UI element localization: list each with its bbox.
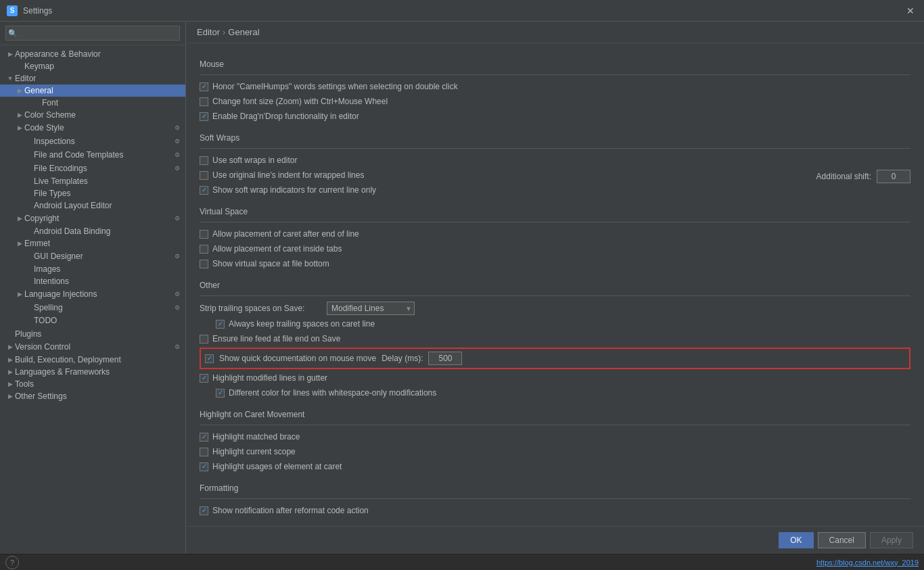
sidebar-item-editor[interactable]: ▼ Editor — [0, 72, 185, 85]
close-button[interactable]: ✕ — [904, 4, 917, 18]
delay-input[interactable] — [428, 352, 462, 365]
option-use-soft-wraps-label: Use soft wraps in editor — [212, 156, 297, 165]
help-button[interactable]: ? — [5, 556, 19, 569]
option-highlight-modified-checkbox[interactable] — [200, 374, 208, 383]
sidebar-item-inspections[interactable]: ▶ Inspections ⚙ — [0, 135, 185, 148]
option-highlight-scope-label: Highlight current scope — [212, 447, 296, 456]
sidebar: 🔍 ▶ Appearance & Behavior ▶ Keymap ▼ — [0, 22, 186, 554]
option-show-notification-row: Show notification after reformat code ac… — [200, 504, 910, 517]
option-font-size-row: Change font size (Zoom) with Ctrl+Mouse … — [200, 95, 910, 108]
option-highlight-scope-checkbox[interactable] — [200, 448, 208, 456]
option-different-color-checkbox[interactable] — [216, 389, 225, 398]
sidebar-item-file-encodings[interactable]: ▶ File Encodings ⚙ — [0, 162, 185, 175]
title-bar: S Settings ✕ — [0, 0, 924, 22]
bottom-bar: OK Cancel Apply — [186, 526, 924, 554]
status-url[interactable]: https://blog.csdn.net/wxy_2019 — [816, 559, 919, 567]
option-always-keep-trailing-checkbox[interactable] — [216, 320, 225, 329]
option-highlight-brace-checkbox[interactable] — [200, 433, 208, 442]
option-font-size-checkbox[interactable] — [200, 97, 208, 106]
sidebar-item-tools[interactable]: ▶ Tools — [0, 378, 185, 390]
option-ensure-line-feed-label: Ensure line feed at file end on Save — [212, 334, 340, 343]
option-original-indent-row: Use original line's indent for wrapped l… — [200, 169, 364, 181]
sidebar-item-plugins[interactable]: ▶ Plugins — [0, 328, 185, 340]
sidebar-item-images[interactable]: ▶ Images — [0, 263, 185, 275]
option-show-indicators-label: Show soft wrap indicators for current li… — [212, 185, 376, 195]
option-show-quick-doc-checkbox[interactable] — [205, 354, 214, 363]
option-use-soft-wraps-checkbox[interactable] — [200, 156, 208, 165]
sidebar-item-intentions[interactable]: ▶ Intentions — [0, 275, 185, 287]
expand-arrow: ▶ — [5, 367, 15, 377]
search-icon: 🔍 — [8, 29, 18, 38]
option-drag-drop-label: Enable Drag'n'Drop functionality in edit… — [212, 112, 359, 121]
settings-icon: ⚙ — [172, 163, 183, 174]
sidebar-item-file-code-templates[interactable]: ▶ File and Code Templates ⚙ — [0, 148, 185, 162]
cancel-button[interactable]: Cancel — [818, 532, 866, 548]
option-different-color-label: Different color for lines with whitespac… — [229, 388, 436, 398]
strip-trailing-row: Strip trailing spaces on Save: Modified … — [200, 302, 910, 315]
strip-trailing-label: Strip trailing spaces on Save: — [200, 304, 321, 313]
option-virtual-space-bottom-checkbox[interactable] — [200, 260, 208, 268]
expand-arrow: ▶ — [15, 239, 24, 248]
settings-icon: ⚙ — [172, 302, 183, 313]
expand-arrow: ▶ — [5, 342, 15, 352]
ok-button[interactable]: OK — [779, 532, 813, 548]
sidebar-item-other-settings[interactable]: ▶ Other Settings — [0, 390, 185, 402]
sidebar-item-copyright[interactable]: ▶ Copyright ⚙ — [0, 212, 185, 225]
option-highlight-usages-checkbox[interactable] — [200, 462, 208, 471]
settings-icon: ⚙ — [172, 213, 183, 224]
sidebar-item-languages-frameworks[interactable]: ▶ Languages & Frameworks — [0, 366, 185, 378]
option-drag-drop-checkbox[interactable] — [200, 112, 208, 121]
sidebar-item-todo[interactable]: ▶ TODO — [0, 314, 185, 327]
sidebar-item-font[interactable]: ▶ Font — [0, 97, 185, 109]
section-mouse-title: Mouse — [200, 60, 910, 69]
expand-arrow: ▶ — [15, 86, 24, 95]
soft-wrap-row2: Use original line's indent for wrapped l… — [200, 169, 910, 184]
settings-icon: ⚙ — [172, 149, 183, 160]
option-font-size-label: Change font size (Zoom) with Ctrl+Mouse … — [212, 97, 388, 106]
sidebar-item-emmet[interactable]: ▶ Emmet — [0, 237, 185, 250]
expand-arrow: ▶ — [5, 49, 15, 59]
search-bar: 🔍 — [0, 22, 185, 45]
sidebar-item-appearance[interactable]: ▶ Appearance & Behavior — [0, 48, 185, 60]
sidebar-item-version-control[interactable]: ▶ Version Control ⚙ — [0, 340, 185, 354]
expand-arrow: ▶ — [5, 379, 15, 389]
sidebar-item-android-data-binding[interactable]: ▶ Android Data Binding — [0, 225, 185, 237]
sidebar-item-color-scheme[interactable]: ▶ Color Scheme — [0, 109, 185, 121]
option-ensure-line-feed-checkbox[interactable] — [200, 335, 208, 343]
expand-arrow: ▶ — [15, 214, 24, 223]
sidebar-item-build-execution[interactable]: ▶ Build, Execution, Deployment — [0, 354, 185, 366]
sidebar-item-file-types[interactable]: ▶ File Types — [0, 187, 185, 199]
option-highlight-usages-label: Highlight usages of element at caret — [212, 462, 342, 471]
strip-trailing-dropdown[interactable]: Modified Lines None All — [327, 302, 415, 315]
strip-trailing-dropdown-wrapper: Modified Lines None All ▼ — [327, 302, 415, 315]
apply-button[interactable]: Apply — [870, 532, 913, 548]
option-caret-after-end-checkbox[interactable] — [200, 230, 208, 239]
sidebar-item-live-templates[interactable]: ▶ Live Templates — [0, 175, 185, 187]
option-camel-humps-label: Honor "CamelHumps" words settings when s… — [212, 82, 458, 91]
option-virtual-space-bottom-label: Show virtual space at file bottom — [212, 259, 329, 268]
sidebar-item-spelling[interactable]: ▶ Spelling ⚙ — [0, 301, 185, 314]
option-caret-after-end-label: Allow placement of caret after end of li… — [212, 229, 359, 239]
sidebar-item-gui-designer[interactable]: ▶ GUI Designer ⚙ — [0, 250, 185, 263]
option-camel-humps-checkbox[interactable] — [200, 82, 208, 91]
sidebar-item-general[interactable]: ▶ General — [0, 85, 185, 97]
option-show-indicators-checkbox[interactable] — [200, 186, 208, 195]
section-virtual-space-title: Virtual Space — [200, 207, 910, 216]
sidebar-item-language-injections[interactable]: ▶ Language Injections ⚙ — [0, 287, 185, 301]
sidebar-item-android-layout-editor[interactable]: ▶ Android Layout Editor — [0, 199, 185, 212]
additional-shift-input[interactable] — [877, 170, 910, 183]
app-icon: S — [7, 5, 18, 16]
option-ensure-line-feed-row: Ensure line feed at file end on Save — [200, 333, 910, 345]
sidebar-item-keymap[interactable]: ▶ Keymap — [0, 60, 185, 72]
option-use-soft-wraps-row: Use soft wraps in editor — [200, 154, 910, 166]
sidebar-item-code-style[interactable]: ▶ Code Style ⚙ — [0, 121, 185, 135]
option-original-indent-label: Use original line's indent for wrapped l… — [212, 170, 364, 180]
option-highlight-brace-label: Highlight matched brace — [212, 432, 300, 442]
section-formatting-title: Formatting — [200, 483, 910, 493]
option-original-indent-checkbox[interactable] — [200, 171, 208, 180]
option-caret-inside-tabs-checkbox[interactable] — [200, 245, 208, 254]
option-camel-humps-row: Honor "CamelHumps" words settings when s… — [200, 80, 910, 93]
search-input[interactable] — [5, 26, 180, 41]
settings-icon: ⚙ — [172, 136, 183, 147]
option-show-notification-checkbox[interactable] — [200, 506, 208, 515]
